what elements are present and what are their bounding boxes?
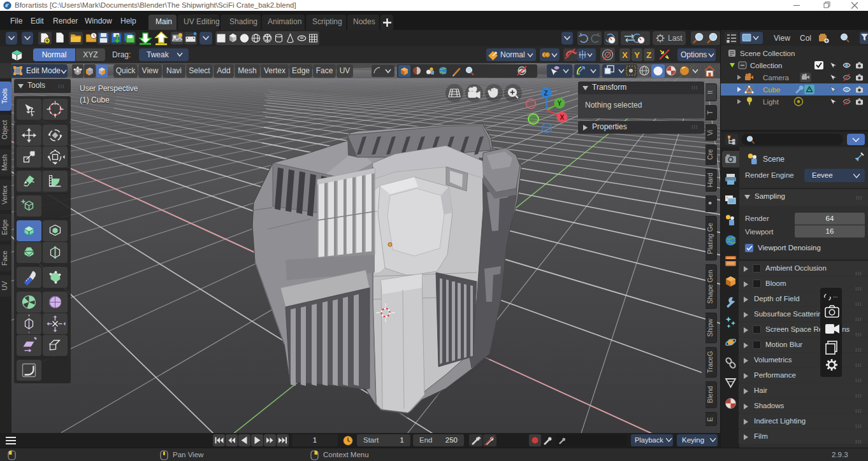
svg-text:Normal: Normal: [500, 50, 525, 59]
svg-text:Z: Z: [646, 50, 651, 60]
svg-text:Y: Y: [558, 100, 562, 107]
svg-text:Cube: Cube: [763, 86, 781, 94]
svg-text:Options: Options: [681, 50, 707, 59]
svg-text:Z: Z: [544, 90, 548, 97]
svg-text:Camera: Camera: [763, 74, 790, 82]
svg-text:Y: Y: [634, 50, 640, 60]
svg-text:X: X: [560, 114, 565, 121]
svg-text:...: ...: [833, 292, 838, 299]
svg-text:Scene Collection: Scene Collection: [740, 50, 795, 57]
svg-text:Last: Last: [668, 34, 683, 43]
svg-text:Collection: Collection: [750, 62, 783, 69]
svg-text:X: X: [622, 50, 628, 60]
svg-text:Light: Light: [763, 98, 779, 106]
svg-text:Col: Col: [800, 34, 811, 43]
svg-text:View: View: [774, 34, 790, 43]
svg-text:Scene: Scene: [763, 155, 785, 164]
